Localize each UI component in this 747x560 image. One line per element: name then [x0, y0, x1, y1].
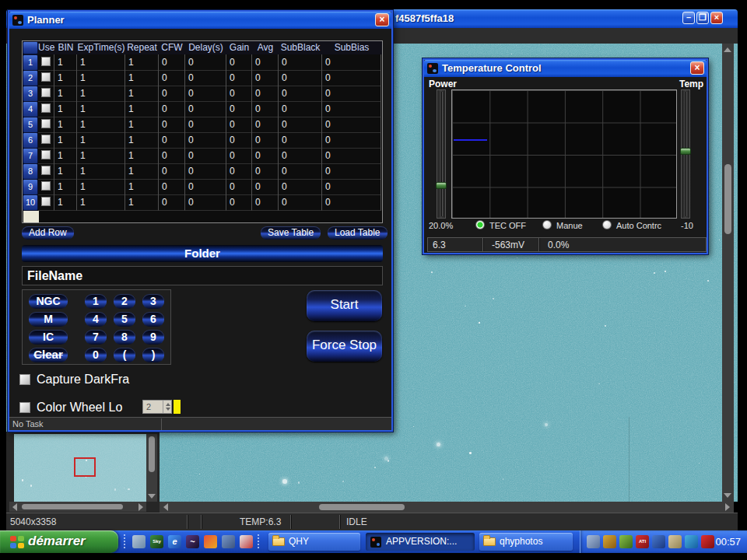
- table-cell[interactable]: 0: [322, 132, 381, 149]
- row-number[interactable]: 9: [23, 179, 38, 195]
- table-cell[interactable]: 1: [54, 132, 77, 149]
- table-cell[interactable]: 0: [252, 101, 279, 117]
- auto-control-radio[interactable]: [602, 220, 612, 229]
- use-checkbox[interactable]: [41, 88, 51, 97]
- table-cell[interactable]: 0: [159, 163, 185, 180]
- table-cell[interactable]: 1: [54, 86, 77, 102]
- table-cell[interactable]: 0: [279, 163, 322, 180]
- use-checkbox[interactable]: [41, 181, 51, 191]
- preview-vscroll-thumb[interactable]: [149, 436, 155, 472]
- taskbar-window-button[interactable]: QHY: [268, 533, 360, 551]
- table-cell[interactable]: 0: [252, 54, 279, 71]
- antivirus-icon[interactable]: [701, 535, 714, 548]
- table-cell[interactable]: 0: [226, 86, 252, 102]
- table-cell[interactable]: 0: [185, 101, 226, 117]
- teamviewer-icon[interactable]: [685, 535, 698, 548]
- folder-button[interactable]: Folder: [22, 245, 383, 262]
- table-cell[interactable]: 0: [185, 132, 226, 149]
- row-number[interactable]: 7: [23, 148, 38, 164]
- table-cell[interactable]: 1: [77, 132, 125, 149]
- keypad-digit-button[interactable]: 1: [85, 294, 107, 309]
- table-cell[interactable]: 1: [125, 132, 159, 149]
- current-cell-indicator[interactable]: [23, 211, 39, 222]
- table-cell[interactable]: 1: [77, 70, 125, 86]
- column-header[interactable]: Avg: [252, 41, 279, 54]
- table-cell[interactable]: 0: [322, 179, 381, 195]
- table-cell[interactable]: 1: [77, 117, 125, 133]
- table-cell[interactable]: 1: [77, 179, 125, 195]
- use-checkbox[interactable]: [41, 57, 51, 66]
- column-header[interactable]: SubBias: [322, 41, 381, 54]
- column-header[interactable]: SubBlack: [279, 41, 322, 54]
- column-header[interactable]: Repeat: [125, 41, 159, 54]
- keypad-ngc-button[interactable]: NGC: [29, 294, 68, 309]
- table-cell[interactable]: 0: [159, 148, 185, 164]
- preview-vertical-scrollbar[interactable]: [146, 434, 157, 502]
- table-cell[interactable]: 0: [252, 163, 279, 180]
- table-cell[interactable]: 0: [322, 54, 381, 71]
- preview-scroll-down-arrow[interactable]: [148, 494, 156, 499]
- load-table-button[interactable]: Load Table: [328, 226, 388, 240]
- table-cell[interactable]: 1: [125, 101, 159, 117]
- table-cell[interactable]: 0: [322, 163, 381, 180]
- table-cell[interactable]: 0: [279, 101, 322, 117]
- table-cell[interactable]: 0: [226, 54, 252, 71]
- column-header[interactable]: CFW: [159, 41, 185, 54]
- keypad-digit-button[interactable]: 0: [85, 348, 107, 362]
- row-number[interactable]: 6: [23, 132, 38, 149]
- keypad-ic-button[interactable]: IC: [29, 330, 68, 345]
- table-cell[interactable]: 1: [125, 148, 159, 164]
- chrome-icon[interactable]: [204, 535, 217, 548]
- row-number[interactable]: 4: [23, 101, 38, 117]
- use-checkbox[interactable]: [41, 150, 51, 159]
- table-cell[interactable]: 0: [279, 179, 322, 195]
- table-cell[interactable]: 0: [185, 70, 226, 86]
- column-header[interactable]: BIN: [54, 41, 77, 54]
- column-header[interactable]: Gain: [226, 41, 252, 54]
- keypad-digit-button[interactable]: 6: [142, 312, 164, 327]
- keypad-digit-button[interactable]: 5: [114, 312, 135, 327]
- vertical-scroll-thumb[interactable]: [724, 164, 731, 234]
- table-cell[interactable]: 0: [226, 70, 252, 86]
- keypad-digit-button[interactable]: 4: [85, 312, 107, 327]
- keypad-digit-button[interactable]: 2: [114, 294, 135, 309]
- table-cell[interactable]: 0: [185, 117, 226, 133]
- color-wheel-checkbox[interactable]: [19, 402, 30, 413]
- table-cell[interactable]: 1: [77, 86, 125, 102]
- table-cell[interactable]: 1: [77, 101, 125, 117]
- table-cell[interactable]: 0: [322, 117, 381, 133]
- ati-icon[interactable]: ATI: [636, 535, 649, 548]
- preview-horizontal-scrollbar[interactable]: [9, 502, 146, 512]
- taskbar-window-button[interactable]: qhyphotos: [479, 533, 573, 551]
- start-menu-button[interactable]: démarrer: [0, 530, 118, 553]
- scroll-up-arrow[interactable]: [724, 47, 731, 52]
- add-row-button[interactable]: Add Row: [22, 226, 74, 240]
- keypad-clear-button[interactable]: Clear: [29, 348, 68, 362]
- use-checkbox[interactable]: [41, 166, 51, 175]
- table-cell[interactable]: 0: [226, 117, 252, 133]
- column-header[interactable]: Use: [38, 41, 54, 54]
- table-cell[interactable]: 1: [54, 101, 77, 117]
- table-cell[interactable]: 0: [252, 117, 279, 133]
- table-cell[interactable]: 0: [226, 132, 252, 149]
- spinner-arrows-icon[interactable]: [163, 401, 171, 413]
- table-cell[interactable]: 0: [322, 148, 381, 164]
- table-cell[interactable]: 1: [54, 70, 77, 86]
- table-cell[interactable]: 0: [226, 148, 252, 164]
- preview-scroll-right-arrow[interactable]: [139, 503, 143, 511]
- use-checkbox[interactable]: [41, 72, 51, 82]
- table-cell[interactable]: 0: [226, 194, 252, 211]
- save-table-button[interactable]: Save Table: [261, 226, 321, 240]
- table-cell[interactable]: 0: [159, 86, 185, 102]
- sound-device-icon[interactable]: [652, 535, 665, 548]
- table-cell[interactable]: 1: [125, 194, 159, 211]
- scroll-right-arrow[interactable]: [725, 503, 730, 511]
- table-cell[interactable]: 1: [54, 148, 77, 164]
- use-checkbox[interactable]: [41, 103, 51, 113]
- table-cell[interactable]: 0: [252, 179, 279, 195]
- table-cell[interactable]: 1: [125, 86, 159, 102]
- volume-icon[interactable]: [603, 535, 616, 548]
- table-cell[interactable]: 0: [279, 194, 322, 211]
- row-number[interactable]: 10: [23, 194, 38, 211]
- table-cell[interactable]: 0: [185, 179, 226, 195]
